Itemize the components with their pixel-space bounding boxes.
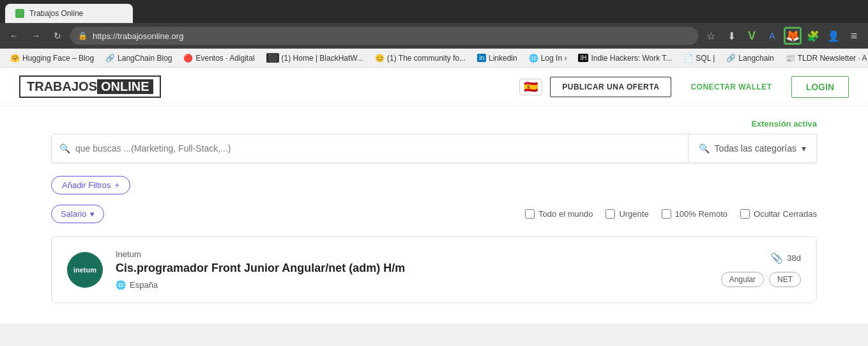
login-button[interactable]: LOGIN [791,76,849,98]
bookmark-favicon: 😊 [375,54,385,63]
bookmark-favicon: 🔗 [726,54,736,63]
location-text: España [130,280,158,290]
translate-icon[interactable]: A [763,27,781,45]
bookmark-label: Log In › [541,54,567,63]
url-text: https://trabajosonline.org [93,31,183,41]
language-flag-button[interactable]: 🇪🇸 [519,79,542,95]
tab-favicon [15,9,24,18]
lock-icon: 🔒 [78,31,88,40]
bookmark-label: Indie Hackers: Work T... [591,54,672,63]
checkbox-todo-input[interactable] [525,209,535,219]
bookmark-langchain2[interactable]: 🔗 Langchain [721,52,779,64]
checkboxes-row: Salario ▾ Todo el mundo Urgente 100% Rem… [51,205,817,223]
v-extension-icon[interactable]: V [743,27,761,45]
salary-label: Salario [61,209,86,219]
bookmark-label: LangChain Blog [118,54,172,63]
add-filters-icon: + [115,180,120,190]
bookmark-label: Eventos · Adigital [195,54,254,63]
bookmark-label: Linkedin [489,54,517,63]
job-title: Cis.programador Front Junior Angular/net… [116,262,708,275]
checkbox-ocultar-input[interactable] [740,209,750,219]
bookmark-tldr[interactable]: 📰 TLDR Newsletter · A B... [780,52,868,64]
logo-online: ONLINE [97,79,153,94]
add-filters-label: Añadir Filtros [62,180,111,190]
bookmark-label: SQL | [696,54,715,63]
checkbox-todo-el-mundo[interactable]: Todo el mundo [525,209,593,219]
checkbox-ocultar[interactable]: Ocultar Cerradas [740,209,817,219]
checkbox-remoto-input[interactable] [662,209,671,219]
publicar-oferta-button[interactable]: PUBLICAR UNA OFERTA [550,77,671,97]
search-icon: 🔍 [59,143,70,153]
extension-active-badge: Extensión activa [751,119,817,129]
category-dropdown[interactable]: 🔍 Todas las categorías ▾ [689,143,816,153]
bookmark-sql[interactable]: 📄 SQL | [678,52,720,64]
flag-icon: 🇪🇸 [524,80,538,94]
job-info: Inetum Cis.programador Front Junior Angu… [116,249,708,290]
bookmark-login[interactable]: 🌐 Log In › [524,52,572,64]
fox-extension-icon[interactable]: 🦊 [784,27,802,45]
bookmark-linkedin[interactable]: in Linkedin [472,52,522,64]
bookmark-community[interactable]: 😊 (1) The community fo... [370,52,471,64]
checkbox-urgente-input[interactable] [605,209,615,219]
bookmark-favicon: ⬛ [266,53,279,63]
bookmark-label: (1) Home | BlackHatW... [282,54,363,63]
salary-button[interactable]: Salario ▾ [51,205,104,223]
site-logo[interactable]: TRABAJOS ONLINE [19,75,161,98]
bookmark-favicon: 🌐 [529,54,538,63]
bookmark-indiehackers[interactable]: IH Indie Hackers: Work T... [573,52,677,64]
bookmark-label: TLDR Newsletter · A B... [798,54,868,63]
back-button[interactable]: ← [5,27,23,45]
star-button[interactable]: ☆ [702,27,720,45]
company-name: Inetum [116,249,708,259]
filters-row: Añadir Filtros + [51,176,817,194]
address-bar[interactable]: 🔒 https://trabajosonline.org [70,27,698,45]
tab-label: Trabajos Online [29,9,83,18]
bookmarks-bar: 🤗 Hugging Face – Blog 🔗 LangChain Blog 🔴… [0,49,868,68]
add-filters-button[interactable]: Añadir Filtros + [51,176,130,194]
checkbox-remoto[interactable]: 100% Remoto [662,209,727,219]
download-button[interactable]: ⬇ [722,27,740,45]
bookmark-favicon: 🔴 [183,54,193,63]
salary-dropdown-arrow: ▾ [90,209,95,219]
forward-button[interactable]: → [27,27,45,45]
tag-angular: Angular [721,272,764,287]
checkbox-urgente[interactable]: Urgente [605,209,648,219]
bookmark-favicon: 📰 [786,54,795,63]
category-label: Todas las categorías [715,143,796,153]
refresh-button[interactable]: ↻ [49,27,66,45]
bookmark-favicon: 📄 [683,54,693,63]
bookmark-favicon: in [477,54,486,62]
main-content: Extensión activa 🔍 🔍 Todas las categoría… [0,106,868,316]
bookmark-label: (1) The community fo... [387,54,466,63]
extensions-button[interactable]: 🧩 [804,27,822,45]
active-tab[interactable]: Trabajos Online [5,4,133,23]
search-input[interactable] [75,134,680,162]
bookmark-langchain[interactable]: 🔗 LangChain Blog [100,52,177,64]
site-header: TRABAJOS ONLINE 🇪🇸 PUBLICAR UNA OFERTA C… [0,68,868,106]
bookmark-huggingface[interactable]: 🤗 Hugging Face – Blog [5,52,99,64]
search-left: 🔍 [52,134,689,162]
conectar-wallet-button[interactable]: CONECTAR WALLET [679,77,783,97]
logo-trabajos: TRABAJOS [27,79,97,94]
job-card[interactable]: inetum Inetum Cis.programador Front Juni… [51,236,817,303]
job-location: 🌐 España [116,280,708,290]
page-content: TRABAJOS ONLINE 🇪🇸 PUBLICAR UNA OFERTA C… [0,68,868,324]
bookmark-label: Hugging Face – Blog [22,54,94,63]
bookmark-favicon: IH [578,54,588,62]
category-search-icon: 🔍 [699,143,710,153]
job-actions: 📎 38d [770,252,801,264]
menu-button[interactable]: ≡ [845,27,863,45]
job-right: 📎 38d Angular NET [721,252,801,287]
profile-button[interactable]: 👤 [825,27,842,45]
header-right: 🇪🇸 PUBLICAR UNA OFERTA CONECTAR WALLET L… [519,76,849,98]
bookmark-favicon: 🤗 [10,54,20,63]
tag-net: NET [769,272,801,287]
job-tags: Angular NET [721,272,801,287]
job-age: 38d [787,253,801,263]
bookmark-eventos[interactable]: 🔴 Eventos · Adigital [178,52,259,64]
company-logo: inetum [67,252,103,288]
clip-icon: 📎 [770,252,783,264]
bookmark-label: Langchain [738,54,773,63]
bookmark-blackhat[interactable]: ⬛ (1) Home | BlackHatW... [261,52,369,64]
company-logo-text: inetum [73,266,96,274]
